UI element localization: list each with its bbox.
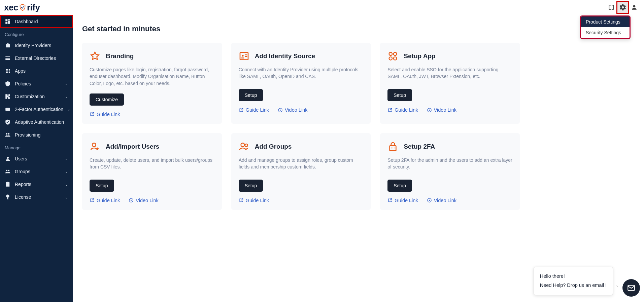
topbar: xec rify Product Settings Security Setti… — [0, 0, 644, 15]
sidebar-item-label: Provisioning — [15, 132, 40, 138]
briefcase-icon — [5, 42, 11, 48]
settings-button[interactable] — [617, 2, 629, 13]
card-title: Add/Import Users — [106, 143, 159, 150]
video-link[interactable]: Video Link — [427, 107, 456, 113]
users-sync-icon — [5, 132, 11, 138]
main-content: Get started in minutes Branding Customiz… — [73, 15, 644, 302]
badge-icon — [5, 81, 11, 87]
profile-button[interactable] — [629, 2, 640, 13]
open-icon — [387, 198, 393, 203]
star-icon — [90, 51, 100, 62]
svg-point-7 — [394, 57, 397, 60]
card-desc: Select and enable SSO for the applicatio… — [387, 66, 512, 82]
sidebar-item-label: Groups — [15, 169, 30, 174]
clipboard-icon — [5, 181, 11, 187]
setup-button[interactable]: Setup — [90, 180, 114, 192]
card-desc: Customize pages like login, registration… — [90, 66, 214, 87]
sidebar-item-identity-providers[interactable]: Identity Providers — [0, 39, 73, 52]
sidebar-item-label: Policies — [15, 81, 31, 86]
person-icon — [5, 156, 11, 162]
chevron-down-icon: ⌄ — [65, 169, 68, 174]
sidebar-item-label: 2-Factor Authentication — [15, 107, 63, 112]
sidebar-item-groups[interactable]: Groups ⌄ — [0, 165, 73, 178]
open-icon — [90, 198, 95, 203]
sidebar-item-apps[interactable]: Apps — [0, 65, 73, 77]
customize-button[interactable]: Customize — [90, 93, 124, 106]
puzzle-icon — [5, 93, 11, 100]
guide-link[interactable]: Guide Link — [387, 198, 418, 203]
video-link[interactable]: Video Link — [427, 198, 456, 203]
sidebar-item-adaptive-auth[interactable]: Adaptive Authentication — [0, 116, 73, 128]
sidebar-item-license[interactable]: License ⌄ — [0, 191, 73, 203]
guide-link[interactable]: Guide Link — [239, 198, 269, 203]
card-desc: Setup 2FA for the admin and the users to… — [387, 157, 512, 173]
svg-point-16 — [394, 148, 395, 149]
svg-rect-0 — [5, 108, 10, 111]
card-add-users: Add/Import Users Create, update, delete … — [82, 133, 222, 210]
menu-item-security-settings[interactable]: Security Settings — [581, 27, 630, 38]
dashboard-icon — [5, 18, 11, 25]
sidebar-section-manage: Manage — [0, 141, 73, 152]
card-title: Setup App — [404, 52, 435, 60]
card-desc: Connect with an Identity Provider using … — [239, 66, 364, 82]
brand-text-2: rify — [27, 2, 40, 13]
card-title: Setup 2FA — [404, 143, 435, 150]
svg-point-11 — [241, 143, 244, 147]
page-title: Get started in minutes — [82, 25, 635, 33]
lock-icon — [387, 141, 398, 152]
card-setup-2fa: Setup 2FA Setup 2FA for the admin and th… — [380, 133, 520, 210]
menu-item-product-settings[interactable]: Product Settings — [581, 16, 630, 27]
person-icon — [631, 4, 638, 11]
brand-text-1: xec — [4, 2, 18, 13]
sidebar-item-external-directories[interactable]: External Directories — [0, 52, 73, 65]
sidebar-item-label: Adaptive Authentication — [15, 119, 64, 125]
open-icon — [239, 198, 244, 203]
setup-button[interactable]: Setup — [239, 180, 263, 192]
guide-link[interactable]: Guide Link — [90, 112, 120, 117]
svg-point-15 — [393, 148, 394, 149]
sidebar-item-dashboard[interactable]: Dashboard — [0, 15, 73, 28]
chevron-down-icon: ⌄ — [65, 157, 68, 161]
chevron-down-icon: ⌄ — [65, 82, 68, 86]
sidebar-item-label: Users — [15, 156, 27, 161]
guide-link[interactable]: Guide Link — [387, 107, 418, 113]
chevron-down-icon: ⌄ — [65, 182, 68, 187]
user-plus-icon — [90, 141, 100, 152]
svg-point-12 — [245, 144, 247, 147]
sidebar: Dashboard Configure Identity Providers E… — [0, 15, 73, 302]
chat-line-1: Hello there! — [540, 272, 607, 281]
video-link[interactable]: Video Link — [278, 107, 307, 113]
setup-button[interactable]: Setup — [387, 180, 412, 192]
card-identity-source: Add Identity Source Connect with an Iden… — [231, 43, 371, 124]
card-title: Add Identity Source — [255, 52, 315, 60]
setup-button[interactable]: Setup — [239, 89, 263, 101]
svg-point-2 — [242, 55, 243, 56]
card-setup-app: Setup App Select and enable SSO for the … — [380, 43, 520, 124]
group-icon — [239, 141, 249, 152]
mail-icon — [627, 284, 636, 292]
people-icon — [5, 168, 11, 175]
license-icon — [5, 194, 11, 200]
docs-button[interactable] — [606, 2, 617, 13]
sidebar-item-provisioning[interactable]: Provisioning — [0, 128, 73, 141]
open-icon — [90, 112, 95, 117]
sidebar-item-label: Apps — [15, 68, 26, 74]
sidebar-item-policies[interactable]: Policies ⌄ — [0, 77, 73, 90]
sidebar-item-2fa[interactable]: 2-Factor Authentication ⌄ — [0, 103, 73, 116]
sidebar-item-reports[interactable]: Reports ⌄ — [0, 178, 73, 191]
sidebar-item-users[interactable]: Users ⌄ — [0, 152, 73, 165]
chat-fab-button[interactable] — [622, 279, 640, 297]
settings-dropdown: Product Settings Security Settings — [580, 15, 631, 39]
guide-link[interactable]: Guide Link — [90, 198, 120, 203]
sidebar-item-customization[interactable]: Customization ⌄ — [0, 90, 73, 103]
shield-check-icon — [5, 119, 11, 125]
guide-link[interactable]: Guide Link — [239, 107, 269, 113]
card-grid: Branding Customize pages like login, reg… — [82, 43, 520, 210]
video-link[interactable]: Video Link — [129, 198, 158, 203]
sidebar-item-label: License — [15, 194, 31, 200]
sidebar-section-configure: Configure — [0, 28, 73, 39]
chat-line-2: Need Help? Drop us an email ! — [540, 281, 607, 290]
setup-button[interactable]: Setup — [387, 89, 412, 101]
play-icon — [427, 198, 432, 203]
sidebar-item-label: Dashboard — [15, 19, 38, 24]
